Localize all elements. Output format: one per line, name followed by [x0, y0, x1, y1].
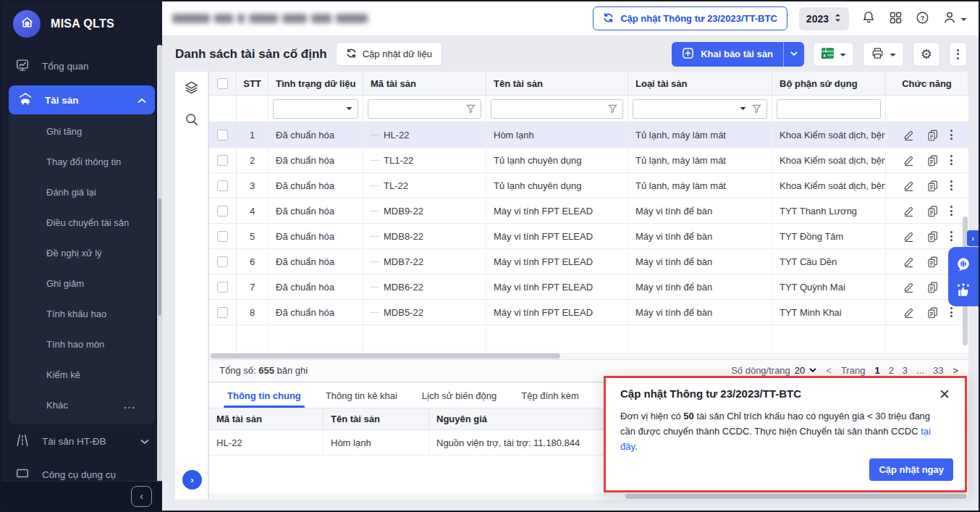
edit-icon[interactable]: [903, 281, 915, 293]
sidebar-scrollbar[interactable]: [157, 45, 162, 496]
row-more-icon[interactable]: [950, 206, 952, 216]
table-row[interactable]: 6 Đã chuẩn hóa MDB7-22 Máy vi tính FPT E…: [209, 249, 968, 274]
page-number[interactable]: 33: [933, 365, 943, 376]
chat-icon[interactable]: [955, 256, 971, 272]
help-button[interactable]: ?: [915, 10, 930, 28]
submenu-item[interactable]: Tính hao mòn: [9, 329, 155, 359]
more-options-button[interactable]: [949, 42, 967, 67]
table-horizontal-scrollbar[interactable]: [209, 353, 968, 359]
select-all-checkbox[interactable]: [209, 72, 237, 95]
settings-button[interactable]: ⚙: [913, 42, 940, 67]
submenu-item[interactable]: Đánh giá lại: [9, 177, 155, 207]
page-number[interactable]: 3: [903, 365, 908, 376]
close-icon[interactable]: ✕: [939, 387, 950, 401]
col-status[interactable]: Tình trạng dữ liệu: [269, 72, 363, 95]
submenu-item[interactable]: Đề nghị xử lý: [9, 238, 155, 268]
edit-icon[interactable]: [903, 205, 915, 217]
table-row[interactable]: 8 Đã chuẩn hóa MDB5-22 Máy vi tính FPT E…: [209, 300, 968, 325]
row-more-icon[interactable]: [950, 155, 952, 165]
detail-tab[interactable]: Thông tin kê khai: [313, 383, 410, 408]
update-circular-button[interactable]: Cập nhật Thông tư 23/2023/TT-BTC: [593, 7, 787, 30]
print-button[interactable]: [863, 42, 904, 67]
rating-stars-icon[interactable]: [955, 282, 971, 298]
code-filter-input[interactable]: [368, 99, 481, 119]
export-excel-button[interactable]: x: [813, 42, 854, 67]
edit-icon[interactable]: [903, 154, 915, 167]
submenu-item[interactable]: Ghi tăng: [9, 116, 155, 146]
row-checkbox[interactable]: [209, 148, 237, 172]
side-drawer-toggle[interactable]: ›: [967, 230, 979, 246]
col-name[interactable]: Tên tài sản: [486, 72, 628, 95]
row-checkbox[interactable]: [209, 173, 237, 198]
prev-page-button[interactable]: <: [826, 365, 832, 376]
row-checkbox[interactable]: [209, 300, 237, 324]
duplicate-icon[interactable]: [926, 180, 939, 192]
col-code[interactable]: Mã tài sản: [363, 72, 486, 95]
detail-tab[interactable]: Tệp đính kèm: [509, 383, 591, 408]
declare-asset-dropdown[interactable]: [783, 42, 804, 67]
edit-icon[interactable]: [903, 129, 915, 141]
table-row[interactable]: 4 Đã chuẩn hóa MDB9-22 Máy vi tính FPT E…: [209, 198, 968, 224]
edit-icon[interactable]: [903, 180, 915, 192]
department-filter-input[interactable]: [777, 99, 881, 119]
sidebar-collapse-button[interactable]: ‹: [131, 486, 152, 507]
duplicate-icon[interactable]: [926, 129, 939, 141]
edit-icon[interactable]: [903, 230, 915, 243]
col-type[interactable]: Loại tài sản: [628, 72, 772, 95]
sidebar-item-assets[interactable]: Tài sản: [9, 85, 155, 114]
duplicate-icon[interactable]: [926, 154, 939, 167]
row-more-icon[interactable]: [950, 180, 952, 190]
table-row[interactable]: 7 Đã chuẩn hóa MDB6-22 Máy vi tính FPT E…: [209, 274, 968, 300]
row-more-icon[interactable]: [950, 130, 952, 140]
submenu-item[interactable]: Ghi giảm: [9, 268, 155, 298]
page-number[interactable]: 1: [874, 365, 879, 376]
year-selector[interactable]: 2023: [799, 7, 849, 30]
duplicate-icon[interactable]: [926, 205, 939, 217]
row-more-icon[interactable]: [950, 307, 952, 317]
apps-grid-button[interactable]: [888, 10, 903, 28]
update-now-button[interactable]: Cập nhật ngay: [869, 458, 953, 481]
table-row[interactable]: 1 Đã chuẩn hóa HL-22 Hòm lạnh Tủ lạnh, m…: [209, 122, 968, 148]
detail-tab[interactable]: Lịch sử biến động: [410, 383, 509, 408]
col-department[interactable]: Bộ phận sử dụng: [772, 72, 886, 95]
edit-icon[interactable]: [903, 306, 915, 319]
col-actions: Chức năng: [886, 72, 968, 95]
duplicate-icon[interactable]: [926, 306, 939, 319]
submenu-item[interactable]: Kiểm kê: [9, 359, 155, 390]
detail-tab[interactable]: Thông tin chung: [215, 383, 313, 408]
table-row[interactable]: 2 Đã chuẩn hóa TL1-22 Tủ lạnh chuyên dụn…: [209, 148, 968, 173]
page-number[interactable]: 2: [889, 365, 894, 376]
row-checkbox[interactable]: [209, 122, 237, 147]
table-row[interactable]: 3 Đã chuẩn hóa TL-22 Tủ lạnh chuyên dụng…: [209, 173, 968, 198]
row-checkbox[interactable]: [209, 274, 237, 299]
row-checkbox[interactable]: [209, 198, 237, 223]
type-filter-select[interactable]: [633, 99, 767, 119]
duplicate-icon[interactable]: [926, 256, 939, 268]
detail-horizontal-scrollbar[interactable]: [209, 493, 968, 500]
next-page-button[interactable]: >: [952, 365, 958, 376]
layers-icon[interactable]: [183, 80, 200, 96]
notifications-button[interactable]: [861, 9, 876, 28]
row-checkbox[interactable]: [209, 224, 237, 248]
submenu-item[interactable]: Điều chuyển tài sản: [9, 207, 155, 238]
sidebar-item-overview[interactable]: Tổng quan: [1, 49, 162, 83]
duplicate-icon[interactable]: [926, 230, 939, 243]
rows-per-page[interactable]: Số dòng/trang 20: [731, 365, 816, 376]
declare-asset-button[interactable]: Khai báo tài sản: [672, 42, 783, 67]
name-filter-input[interactable]: [491, 99, 623, 119]
col-stt[interactable]: STT: [237, 72, 269, 95]
user-menu-button[interactable]: [942, 9, 967, 28]
duplicate-icon[interactable]: [926, 281, 939, 293]
refresh-data-button[interactable]: Cập nhật dữ liệu: [336, 42, 442, 66]
expand-panel-button[interactable]: ›: [182, 470, 202, 490]
row-checkbox[interactable]: [209, 249, 237, 274]
submenu-item[interactable]: Thay đổi thông tin: [9, 146, 155, 177]
submenu-item[interactable]: Khác...: [9, 390, 155, 420]
submenu-item[interactable]: Tính khấu hao: [9, 298, 155, 329]
table-row[interactable]: 5 Đã chuẩn hóa MDB8-22 Máy vi tính FPT E…: [209, 224, 968, 249]
search-icon[interactable]: [184, 112, 200, 127]
status-filter-select[interactable]: [273, 99, 358, 119]
sidebar-item-infrastructure-assets[interactable]: Tài sản HT-ĐB: [1, 424, 162, 458]
row-more-icon[interactable]: [950, 231, 952, 241]
edit-icon[interactable]: [903, 256, 915, 268]
